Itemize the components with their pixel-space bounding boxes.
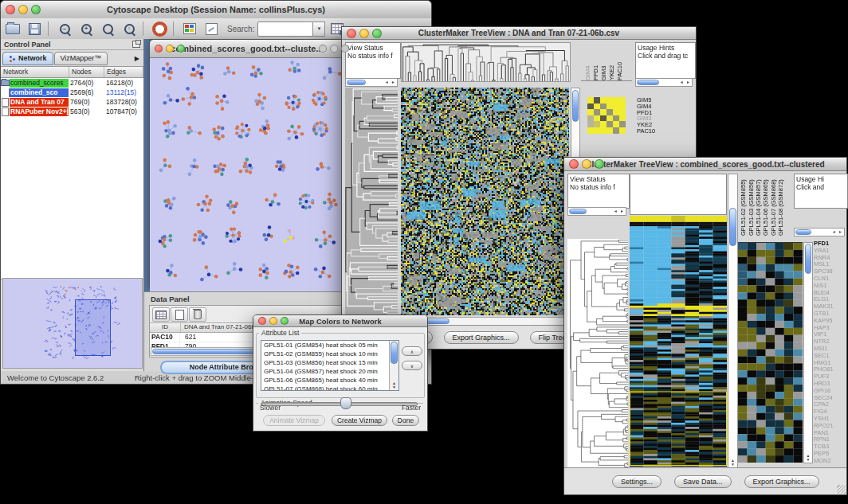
heatmap-vscrollbar[interactable]: ▲▼ <box>728 174 738 468</box>
network-row[interactable]: combined_sco 2569(6) 13112(15) <box>1 88 143 97</box>
network-row[interactable]: RNAPuber Nov2+| 563(0) 107847(0) <box>1 107 143 116</box>
done-button[interactable]: Done <box>392 415 419 426</box>
close-icon[interactable] <box>347 29 356 38</box>
usage-hints-scrollbar[interactable]: ◄ ► <box>794 228 845 236</box>
treeview2-button[interactable]: Export Graphics... <box>744 475 819 488</box>
zoom-out-button[interactable] <box>55 20 74 37</box>
close-icon[interactable] <box>6 5 15 14</box>
attribute-item[interactable]: GPL51-02 (GSM855) heat shock 10 min <box>261 350 398 358</box>
scrollbar-thumb[interactable] <box>805 244 811 274</box>
network-row[interactable]: combined_scores 2764(0) 16218(0) <box>1 78 143 88</box>
row-dendrogram-canvas[interactable] <box>567 239 628 468</box>
move-up-button[interactable]: ∧ <box>402 346 422 356</box>
minimize-icon[interactable] <box>18 5 28 14</box>
network-row[interactable]: DNA and Tran 07 769(0) 183728(0) <box>1 97 143 107</box>
treeview1-titlebar[interactable]: ClusterMaker TreeView : DNA and Tran 07-… <box>342 27 696 40</box>
attribute-list-scrollbar[interactable]: ▲▼ <box>389 341 398 390</box>
animate-vizmap-button[interactable]: Animate Vizmap <box>263 415 325 426</box>
treeview2-button[interactable]: Save Data... <box>674 475 732 488</box>
scroll-arrows-icon[interactable]: ▲▼ <box>728 459 737 467</box>
window-controls[interactable] <box>6 5 41 14</box>
scrollbar-thumb[interactable] <box>795 229 811 235</box>
network-view-canvas-1[interactable] <box>150 58 343 293</box>
scroll-arrows-icon[interactable]: ▲▼ <box>390 381 398 389</box>
attribute-item[interactable]: GPL51-07 (GSM868) heat shock 60 min <box>261 385 398 391</box>
float-panel-icon[interactable] <box>132 41 140 48</box>
help-button[interactable] <box>150 20 169 37</box>
new-attribute-button[interactable] <box>171 307 188 322</box>
minimize-icon[interactable] <box>269 317 277 325</box>
column-dendrogram-canvas[interactable] <box>401 42 571 82</box>
main-titlebar[interactable]: Cytoscape Desktop (Session Name: collins… <box>1 1 431 19</box>
zoom-selected-button[interactable] <box>98 20 117 37</box>
search-dropdown-button[interactable]: ▼ <box>313 21 325 37</box>
attribute-item[interactable]: GPL51-06 (GSM865) heat shock 40 min <box>261 376 398 385</box>
global-heatmap-canvas[interactable] <box>401 88 569 315</box>
detail-heatmap-canvas[interactable] <box>738 242 803 463</box>
zoom-window-icon[interactable] <box>372 29 382 38</box>
speed-slider-thumb[interactable] <box>340 397 351 409</box>
tv1-detail-heatmap[interactable] <box>587 97 626 134</box>
scroll-arrows-icon[interactable]: ◄ ► <box>832 229 843 234</box>
dialog-titlebar[interactable]: Map Colors to Network <box>253 315 427 327</box>
scroll-arrows-icon[interactable]: ◄ ► <box>680 80 691 84</box>
global-heatmap-canvas[interactable] <box>630 216 727 467</box>
zoom-window-icon[interactable] <box>341 45 349 53</box>
treeview2-titlebar[interactable]: ClusterMaker TreeView : combined_scores_… <box>564 158 846 171</box>
select-attributes-button[interactable] <box>152 307 170 322</box>
zoom-window-icon[interactable] <box>281 317 289 325</box>
delete-attribute-button[interactable] <box>189 307 206 322</box>
save-session-button[interactable] <box>25 20 44 37</box>
close-icon[interactable] <box>569 159 579 169</box>
minimize-icon[interactable] <box>359 29 369 38</box>
attribute-item[interactable]: GPL51-01 (GSM854) heat shock 05 min <box>261 341 398 350</box>
detail-cell <box>594 109 600 115</box>
detail-cell <box>587 115 594 122</box>
attribute-list[interactable]: GPL51-01 (GSM854) heat shock 05 minGPL51… <box>261 340 399 391</box>
minimize-icon[interactable] <box>582 159 591 169</box>
annotation-button[interactable] <box>202 20 221 37</box>
scroll-arrows-icon[interactable]: ◄ ► <box>614 209 625 213</box>
minimize-icon[interactable] <box>166 45 174 53</box>
zoom-in-button[interactable] <box>77 20 96 37</box>
close-icon[interactable] <box>155 45 163 53</box>
zoom-window-icon[interactable] <box>595 159 604 169</box>
network-list-header[interactable]: Network Nodes Edges <box>1 67 143 78</box>
tab-overflow-button[interactable]: ▶ <box>132 55 142 62</box>
detail-vscrollbar[interactable]: ▲▼ <box>803 242 813 463</box>
tab-network[interactable]: Network <box>2 52 53 65</box>
create-vizmap-button[interactable]: Create Vizmap <box>332 415 387 426</box>
network-window-1[interactable]: combined_scores_good.txt--cluste... <box>149 39 345 287</box>
scrollbar-thumb[interactable] <box>729 208 736 246</box>
scrollbar-thumb[interactable] <box>569 209 587 214</box>
scrollbar-thumb[interactable] <box>347 80 366 85</box>
attribute-item[interactable]: GPL51-04 (GSM857) heat shock 20 min <box>261 367 398 376</box>
close-icon[interactable] <box>258 317 266 325</box>
zoom-fit-button[interactable] <box>120 20 139 37</box>
open-session-button[interactable] <box>3 20 22 37</box>
row-dendrogram-canvas[interactable] <box>345 88 398 315</box>
network-overview-thumbnail[interactable] <box>2 278 143 369</box>
tab-vizmapper[interactable]: VizMapper™ <box>54 52 108 65</box>
search-input[interactable] <box>257 21 313 37</box>
treeview1-button[interactable]: Export Graphics... <box>444 331 519 344</box>
resize-grip[interactable] <box>837 485 846 494</box>
attribute-item[interactable]: GPL51-03 (GSM856) heat shock 15 min <box>261 358 398 367</box>
scrollbar-thumb[interactable] <box>391 342 398 364</box>
scroll-arrows-icon[interactable]: ▲▼ <box>804 454 812 462</box>
scrollbar-thumb[interactable] <box>637 80 659 85</box>
usage-hints-scrollbar[interactable]: ◄ ► <box>635 78 693 87</box>
scrollbar-thumb[interactable] <box>572 90 579 122</box>
speed-slider-track[interactable] <box>261 402 418 406</box>
scroll-arrows-icon[interactable]: ◄ ► <box>385 80 396 84</box>
close-icon[interactable] <box>319 45 327 53</box>
move-down-button[interactable]: ∨ <box>402 361 422 370</box>
zoom-window-icon[interactable] <box>177 45 185 53</box>
zoom-window-icon[interactable] <box>31 5 41 14</box>
network-window-1-titlebar[interactable]: combined_scores_good.txt--cluste... <box>150 40 344 58</box>
treeview2-button[interactable]: Settings... <box>612 475 662 488</box>
view-status-scrollbar[interactable]: ◄ ► <box>345 78 398 87</box>
minimize-icon[interactable] <box>330 45 338 53</box>
view-status-scrollbar[interactable]: ◄ ► <box>567 207 626 216</box>
vizmapper-button[interactable] <box>180 20 199 37</box>
